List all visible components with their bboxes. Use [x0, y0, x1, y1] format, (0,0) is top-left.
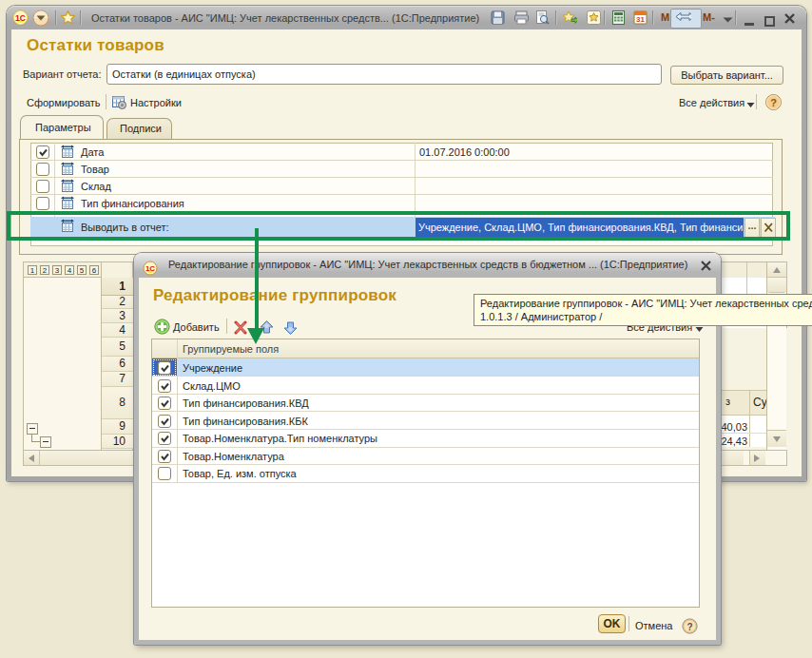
svg-text:?: ? [770, 97, 777, 108]
